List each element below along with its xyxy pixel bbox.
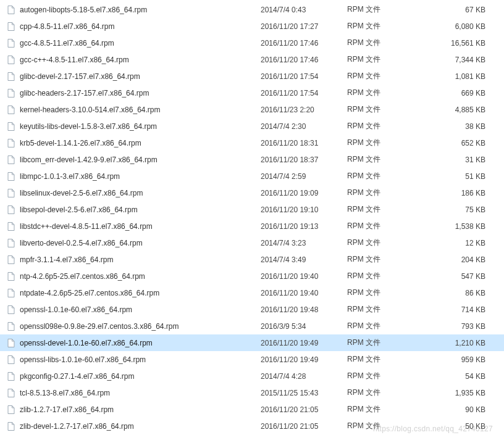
file-row[interactable]: glibc-headers-2.17-157.el7.x86_64.rpm201… bbox=[0, 85, 504, 101]
file-list[interactable]: autogen-libopts-5.18-5.el7.x86_64.rpm201… bbox=[0, 0, 504, 435]
file-name: openssl-libs-1.0.1e-60.el7.x86_64.rpm bbox=[20, 355, 261, 364]
file-name: zlib-devel-1.2.7-17.el7.x86_64.rpm bbox=[20, 422, 261, 431]
file-type: RPM 文件 bbox=[347, 404, 409, 415]
file-icon bbox=[6, 388, 16, 398]
file-row[interactable]: glibc-devel-2.17-157.el7.x86_64.rpm2016/… bbox=[0, 68, 504, 85]
file-size: 1,538 KB bbox=[409, 222, 500, 231]
file-row[interactable]: kernel-headers-3.10.0-514.el7.x86_64.rpm… bbox=[0, 101, 504, 118]
file-date: 2016/11/20 17:27 bbox=[261, 22, 347, 31]
file-type: RPM 文件 bbox=[347, 221, 409, 231]
file-name: ntpdate-4.2.6p5-25.el7.centos.x86_64.rpm bbox=[20, 289, 261, 297]
file-type: RPM 文件 bbox=[347, 21, 409, 31]
file-size: 7,344 KB bbox=[409, 56, 500, 64]
file-type: RPM 文件 bbox=[347, 188, 409, 198]
file-row[interactable]: gcc-c++-4.8.5-11.el7.x86_64.rpm2016/11/2… bbox=[0, 51, 504, 68]
file-row[interactable]: zlib-devel-1.2.7-17.el7.x86_64.rpm2016/1… bbox=[0, 418, 504, 434]
file-size: 669 KB bbox=[409, 89, 500, 97]
file-name: libverto-devel-0.2.5-4.el7.x86_64.rpm bbox=[20, 239, 261, 247]
file-date: 2014/7/4 2:59 bbox=[261, 172, 347, 181]
file-icon bbox=[6, 355, 16, 365]
file-type: RPM 文件 bbox=[347, 154, 409, 165]
file-row[interactable]: mpfr-3.1.1-4.el7.x86_64.rpm2014/7/4 3:49… bbox=[0, 251, 504, 268]
file-size: 793 KB bbox=[409, 322, 500, 331]
file-name: libselinux-devel-2.5-6.el7.x86_64.rpm bbox=[20, 189, 261, 197]
file-icon bbox=[6, 138, 16, 148]
file-row[interactable]: pkgconfig-0.27.1-4.el7.x86_64.rpm2014/7/… bbox=[0, 368, 504, 384]
file-size: 50 KB bbox=[409, 422, 500, 431]
file-row[interactable]: autogen-libopts-5.18-5.el7.x86_64.rpm201… bbox=[0, 1, 504, 18]
file-size: 1,935 KB bbox=[409, 389, 500, 397]
file-name: gcc-4.8.5-11.el7.x86_64.rpm bbox=[20, 39, 261, 48]
file-name: libcom_err-devel-1.42.9-9.el7.x86_64.rpm bbox=[20, 155, 261, 164]
file-size: 547 KB bbox=[409, 272, 500, 281]
file-size: 6,080 KB bbox=[409, 22, 500, 31]
file-row[interactable]: ntpdate-4.2.6p5-25.el7.centos.x86_64.rpm… bbox=[0, 284, 504, 301]
file-date: 2014/7/4 3:49 bbox=[261, 255, 347, 264]
file-date: 2016/11/20 21:05 bbox=[261, 405, 347, 414]
file-row[interactable]: krb5-devel-1.14.1-26.el7.x86_64.rpm2016/… bbox=[0, 135, 504, 151]
file-name: tcl-8.5.13-8.el7.x86_64.rpm bbox=[20, 389, 261, 397]
file-date: 2016/11/20 17:46 bbox=[261, 56, 347, 64]
file-row[interactable]: gcc-4.8.5-11.el7.x86_64.rpm2016/11/20 17… bbox=[0, 35, 504, 51]
file-row[interactable]: libsepol-devel-2.5-6.el7.x86_64.rpm2016/… bbox=[0, 201, 504, 218]
file-type: RPM 文件 bbox=[347, 171, 409, 181]
file-size: 186 KB bbox=[409, 189, 500, 197]
file-name: openssl-devel-1.0.1e-60.el7.x86_64.rpm bbox=[20, 339, 261, 347]
file-size: 16,561 KB bbox=[409, 39, 500, 48]
file-name: ntp-4.2.6p5-25.el7.centos.x86_64.rpm bbox=[20, 272, 261, 281]
file-date: 2016/11/20 19:48 bbox=[261, 305, 347, 314]
file-icon bbox=[6, 72, 16, 81]
file-row[interactable]: libverto-devel-0.2.5-4.el7.x86_64.rpm201… bbox=[0, 234, 504, 251]
file-type: RPM 文件 bbox=[347, 38, 409, 48]
file-row[interactable]: openssl098e-0.9.8e-29.el7.centos.3.x86_6… bbox=[0, 318, 504, 334]
file-row[interactable]: keyutils-libs-devel-1.5.8-3.el7.x86_64.r… bbox=[0, 118, 504, 135]
file-date: 2014/7/4 3:23 bbox=[261, 239, 347, 247]
file-date: 2015/11/25 15:43 bbox=[261, 389, 347, 397]
file-row[interactable]: libmpc-1.0.1-3.el7.x86_64.rpm2014/7/4 2:… bbox=[0, 168, 504, 184]
file-row[interactable]: openssl-devel-1.0.1e-60.el7.x86_64.rpm20… bbox=[0, 334, 504, 351]
file-type: RPM 文件 bbox=[347, 54, 409, 65]
file-name: krb5-devel-1.14.1-26.el7.x86_64.rpm bbox=[20, 139, 261, 147]
file-icon bbox=[6, 271, 16, 281]
file-icon bbox=[6, 5, 16, 15]
file-row[interactable]: cpp-4.8.5-11.el7.x86_64.rpm2016/11/20 17… bbox=[0, 18, 504, 35]
file-type: RPM 文件 bbox=[347, 71, 409, 81]
file-size: 86 KB bbox=[409, 289, 500, 297]
file-name: libsepol-devel-2.5-6.el7.x86_64.rpm bbox=[20, 205, 261, 214]
file-type: RPM 文件 bbox=[347, 4, 409, 15]
file-icon bbox=[6, 288, 16, 298]
file-date: 2016/11/20 19:09 bbox=[261, 189, 347, 197]
file-type: RPM 文件 bbox=[347, 121, 409, 131]
file-size: 90 KB bbox=[409, 405, 500, 414]
file-row[interactable]: libstdc++-devel-4.8.5-11.el7.x86_64.rpm2… bbox=[0, 218, 504, 234]
file-row[interactable]: tcl-8.5.13-8.el7.x86_64.rpm2015/11/25 15… bbox=[0, 384, 504, 401]
file-type: RPM 文件 bbox=[347, 104, 409, 115]
file-name: glibc-headers-2.17-157.el7.x86_64.rpm bbox=[20, 89, 261, 97]
file-type: RPM 文件 bbox=[347, 321, 409, 331]
file-icon bbox=[6, 321, 16, 331]
file-date: 2016/11/20 19:49 bbox=[261, 339, 347, 347]
file-icon bbox=[6, 205, 16, 215]
file-date: 2016/11/20 17:54 bbox=[261, 72, 347, 81]
file-icon bbox=[6, 122, 16, 131]
file-row[interactable]: libcom_err-devel-1.42.9-9.el7.x86_64.rpm… bbox=[0, 151, 504, 168]
file-row[interactable]: zlib-1.2.7-17.el7.x86_64.rpm2016/11/20 2… bbox=[0, 401, 504, 418]
file-type: RPM 文件 bbox=[347, 138, 409, 148]
file-icon bbox=[6, 405, 16, 415]
file-size: 959 KB bbox=[409, 355, 500, 364]
file-icon bbox=[6, 338, 16, 348]
file-type: RPM 文件 bbox=[347, 354, 409, 365]
file-type: RPM 文件 bbox=[347, 204, 409, 215]
file-date: 2016/11/20 19:49 bbox=[261, 355, 347, 364]
file-row[interactable]: ntp-4.2.6p5-25.el7.centos.x86_64.rpm2016… bbox=[0, 268, 504, 284]
file-icon bbox=[6, 305, 16, 315]
file-row[interactable]: openssl-1.0.1e-60.el7.x86_64.rpm2016/11/… bbox=[0, 301, 504, 318]
file-name: openssl-1.0.1e-60.el7.x86_64.rpm bbox=[20, 305, 261, 314]
file-icon bbox=[6, 105, 16, 115]
file-icon bbox=[6, 155, 16, 165]
file-row[interactable]: openssl-libs-1.0.1e-60.el7.x86_64.rpm201… bbox=[0, 351, 504, 368]
file-date: 2016/11/20 19:40 bbox=[261, 289, 347, 297]
file-row[interactable]: libselinux-devel-2.5-6.el7.x86_64.rpm201… bbox=[0, 184, 504, 201]
file-name: gcc-c++-4.8.5-11.el7.x86_64.rpm bbox=[20, 56, 261, 64]
file-type: RPM 文件 bbox=[347, 271, 409, 281]
